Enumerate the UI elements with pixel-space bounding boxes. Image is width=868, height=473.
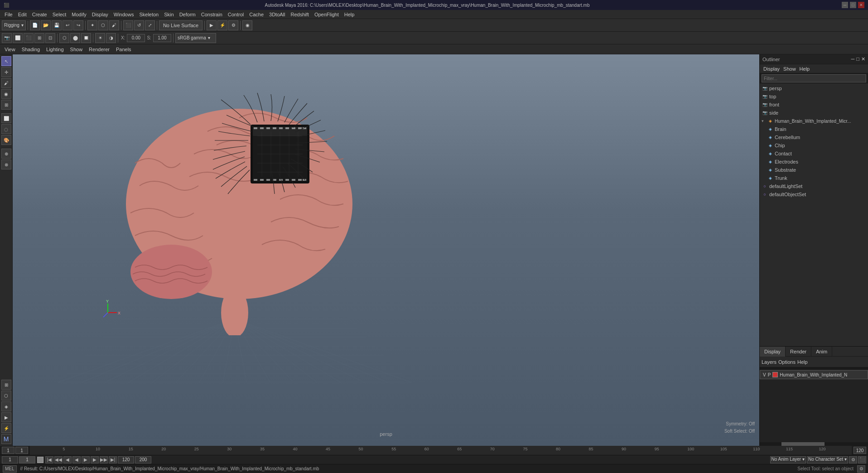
menu-display[interactable]: Display bbox=[89, 10, 111, 19]
paint-select-button[interactable]: 🖌 bbox=[109, 20, 119, 30]
next-key-button[interactable]: ▶▶ bbox=[100, 456, 108, 463]
textured-button[interactable]: 🔲 bbox=[81, 33, 91, 43]
frame-selected-button[interactable]: ⊡ bbox=[45, 33, 55, 43]
dynamics-button[interactable]: ⚡ bbox=[1, 423, 11, 433]
options-menu[interactable]: Options bbox=[778, 359, 796, 365]
marquee-select-button[interactable]: ⬜ bbox=[1, 113, 11, 123]
menu-deform[interactable]: Deform bbox=[177, 10, 198, 19]
outliner-item-brain[interactable]: ◈ Brain bbox=[760, 125, 868, 133]
transform3-button[interactable]: ⊗ bbox=[1, 159, 11, 169]
help-menu[interactable]: Help bbox=[797, 359, 808, 365]
render-button[interactable]: ▶ bbox=[207, 20, 217, 30]
close-button[interactable]: ✕ bbox=[858, 2, 864, 8]
panel-view-menu[interactable]: View bbox=[2, 47, 18, 52]
prev-frame-button[interactable]: ◀ bbox=[63, 456, 72, 463]
scale-input[interactable] bbox=[153, 34, 171, 42]
go-end-button[interactable]: ▶| bbox=[109, 456, 117, 463]
range-end-input[interactable] bbox=[854, 447, 866, 454]
layer-item-brain[interactable]: V P Human_Brain_With_Implanted_N bbox=[760, 370, 868, 379]
display-tab[interactable]: Display bbox=[760, 347, 786, 357]
outliner-search-input[interactable] bbox=[762, 74, 866, 82]
lasso-select-button[interactable]: ⬡ bbox=[98, 20, 108, 30]
ipr-render-button[interactable]: ⚡ bbox=[217, 20, 227, 30]
menu-constrain[interactable]: Constrain bbox=[198, 10, 225, 19]
maximize-button[interactable]: □ bbox=[850, 2, 856, 8]
camera-select-button[interactable]: 📷 bbox=[2, 33, 12, 43]
scale-button[interactable]: ⤢ bbox=[145, 20, 155, 30]
view-persp-button[interactable]: ⬜ bbox=[13, 33, 23, 43]
gamma-dropdown[interactable]: sRGB gamma ▾ bbox=[175, 33, 216, 43]
move-tool-button[interactable]: ✛ bbox=[1, 67, 11, 77]
menu-skin[interactable]: Skin bbox=[161, 10, 176, 19]
char-set-dropdown[interactable]: No Character Set ▾ bbox=[807, 456, 848, 463]
undo-button[interactable]: ↩ bbox=[63, 20, 72, 30]
select-tool-button[interactable]: ✦ bbox=[87, 20, 97, 30]
menu-skeleton[interactable]: Skeleton bbox=[136, 10, 161, 19]
new-file-button[interactable]: 📄 bbox=[30, 20, 40, 30]
go-start-button[interactable]: |◀ bbox=[45, 456, 53, 463]
outliner-item-contact[interactable]: ◈ Contact bbox=[760, 150, 868, 158]
outliner-item-top[interactable]: 📷 top bbox=[760, 92, 868, 101]
select-mode-button[interactable]: ↖ bbox=[1, 56, 11, 66]
outliner-item-front[interactable]: 📷 front bbox=[760, 101, 868, 109]
menu-file[interactable]: File bbox=[2, 10, 15, 19]
layers-menu[interactable]: Layers bbox=[762, 359, 776, 365]
anim-prefs-button[interactable]: ⚙ bbox=[849, 456, 857, 463]
panel-lighting-menu[interactable]: Lighting bbox=[43, 47, 67, 52]
range-end-input3[interactable] bbox=[135, 456, 151, 463]
menu-cache[interactable]: Cache bbox=[246, 10, 266, 19]
outliner-scrollbar-bottom[interactable] bbox=[760, 442, 868, 446]
sculpt-tool-button[interactable]: ◉ bbox=[1, 89, 11, 99]
prev-key-button[interactable]: ◀◀ bbox=[54, 456, 63, 463]
outliner-item-chip[interactable]: ◈ Chip bbox=[760, 141, 868, 150]
outliner-item-side[interactable]: 📷 side bbox=[760, 109, 868, 117]
save-file-button[interactable]: 💾 bbox=[52, 20, 62, 30]
menu-create[interactable]: Create bbox=[29, 10, 50, 19]
panel-show-menu[interactable]: Show bbox=[68, 47, 86, 52]
mode-dropdown[interactable]: Rigging ▾ bbox=[2, 20, 26, 30]
outliner-item-electrodes[interactable]: ◈ Electrodes bbox=[760, 158, 868, 166]
menu-edit[interactable]: Edit bbox=[15, 10, 29, 19]
play-forward-button[interactable]: ▶ bbox=[82, 456, 90, 463]
outliner-item-lightset[interactable]: ○ defaultLightSet bbox=[760, 182, 868, 190]
outliner-display-menu[interactable]: Display bbox=[762, 66, 781, 72]
show-manip-button[interactable]: ⊕ bbox=[1, 149, 11, 159]
open-file-button[interactable]: 📂 bbox=[41, 20, 51, 30]
smooth-shade-button[interactable]: ⬤ bbox=[70, 33, 80, 43]
grid-button[interactable]: ⊞ bbox=[1, 380, 11, 390]
menu-control[interactable]: Control bbox=[225, 10, 246, 19]
render-tab[interactable]: Render bbox=[786, 347, 811, 357]
show-all-button[interactable]: ◉ bbox=[242, 20, 252, 30]
outliner-close[interactable]: ✕ bbox=[861, 56, 865, 62]
panel-panels-menu[interactable]: Panels bbox=[113, 47, 134, 52]
render-settings-button[interactable]: ⚙ bbox=[228, 20, 238, 30]
anim-tab[interactable]: Anim bbox=[811, 347, 832, 357]
render-left-button[interactable]: ▶ bbox=[1, 412, 11, 422]
timeline-ruler[interactable]: 5 10 15 20 25 30 35 40 45 50 55 60 65 70… bbox=[30, 446, 852, 455]
wireframe-button[interactable]: ⬡ bbox=[59, 33, 69, 43]
menu-openflight[interactable]: OpenFlight bbox=[312, 10, 342, 19]
x-coord-input[interactable] bbox=[127, 34, 145, 42]
menu-help[interactable]: Help bbox=[342, 10, 357, 19]
minimize-button[interactable]: ─ bbox=[842, 2, 848, 8]
outliner-minimize[interactable]: ─ bbox=[851, 56, 855, 62]
next-frame-button[interactable]: ▶ bbox=[91, 456, 99, 463]
panel-renderer-menu[interactable]: Renderer bbox=[86, 47, 112, 52]
snap-tool-button[interactable]: ⊞ bbox=[1, 100, 11, 110]
frame-all-button[interactable]: ⊞ bbox=[34, 33, 44, 43]
range-end-input2[interactable] bbox=[118, 456, 134, 463]
anim-button[interactable]: ◈ bbox=[1, 401, 11, 411]
start-frame-input[interactable] bbox=[2, 447, 14, 454]
frame-start-input[interactable] bbox=[2, 456, 18, 463]
outliner-item-brain-group[interactable]: ▾ ◈ Human_Brain_With_Implanted_Micr... bbox=[760, 117, 868, 125]
menu-modify[interactable]: Modify bbox=[69, 10, 89, 19]
shadow-button[interactable]: ◑ bbox=[106, 33, 116, 43]
current-frame-box[interactable] bbox=[15, 447, 28, 454]
deform-button[interactable]: ⬡ bbox=[1, 391, 11, 401]
panel-shading-menu[interactable]: Shading bbox=[19, 47, 43, 52]
paint-weights-button[interactable]: 🎨 bbox=[1, 135, 11, 145]
menu-redshift[interactable]: Redshift bbox=[288, 10, 312, 19]
paint-tool-button[interactable]: 🖌 bbox=[1, 78, 11, 88]
outliner-item-trunk[interactable]: ◈ Trunk bbox=[760, 174, 868, 182]
anim-play-opts[interactable]: ⬛ bbox=[858, 456, 866, 463]
